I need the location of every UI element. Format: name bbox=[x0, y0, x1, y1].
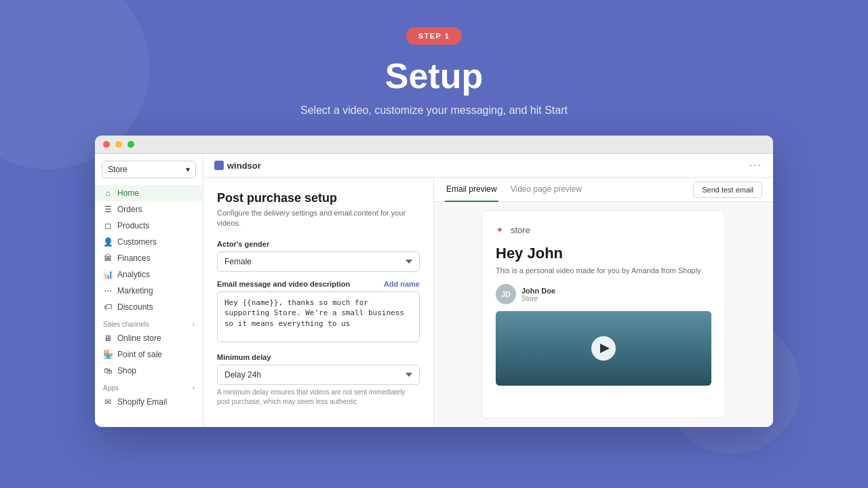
browser-chrome bbox=[95, 136, 773, 154]
shop-icon: 🛍 bbox=[103, 366, 113, 375]
sender-store: Store bbox=[521, 295, 555, 302]
gender-select[interactable]: Female Male Any bbox=[217, 251, 420, 272]
windsor-logo-text: windsor bbox=[227, 161, 261, 171]
finances-icon: 🏛 bbox=[103, 253, 113, 263]
email-message-label: Email message and video description Add … bbox=[217, 280, 420, 288]
sales-channels-label: Sales channels bbox=[103, 321, 149, 328]
gender-label: Actor's gender bbox=[217, 240, 420, 248]
sidebar-item-online-store[interactable]: 🖥 Online store bbox=[95, 330, 203, 346]
main-content-wrapper: Post purchase setup Configure the delive… bbox=[203, 178, 773, 427]
sidebar-item-analytics-label: Analytics bbox=[117, 270, 150, 279]
sidebar-item-shop-label: Shop bbox=[117, 366, 136, 375]
video-play-button[interactable] bbox=[591, 336, 616, 361]
email-greeting: Hey John bbox=[496, 245, 711, 262]
browser-maximize-dot bbox=[127, 141, 134, 148]
email-description: This is a personal video made for you by… bbox=[496, 266, 711, 274]
home-icon: ⌂ bbox=[103, 188, 113, 198]
sidebar-item-point-of-sale[interactable]: 🏪 Point of sale bbox=[95, 346, 203, 363]
apps-section: Apps › bbox=[95, 379, 203, 394]
sender-info: John Doe Store bbox=[521, 287, 555, 302]
windsor-content-area: windsor ··· Post purchase setup Configur… bbox=[203, 154, 773, 427]
sidebar-item-customers-label: Customers bbox=[117, 237, 157, 247]
browser-main: Store ▾ ⌂ Home ☰ Orders ◻ Products 👤 Cus… bbox=[95, 154, 773, 427]
sidebar-item-home[interactable]: ⌂ Home bbox=[95, 185, 203, 201]
sidebar-item-discounts-label: Discounts bbox=[117, 302, 153, 312]
store-selector-chevron: ▾ bbox=[186, 165, 190, 174]
email-store-header: ✦ store bbox=[496, 224, 711, 235]
point-of-sale-icon: 🏪 bbox=[103, 350, 113, 359]
store-selector-label: Store bbox=[108, 165, 127, 174]
sidebar-item-finances[interactable]: 🏛 Finances bbox=[95, 250, 203, 266]
page-title: Setup bbox=[385, 56, 483, 96]
sidebar-item-marketing[interactable]: ⋯ Marketing bbox=[95, 283, 203, 299]
orders-icon: ☰ bbox=[103, 205, 113, 214]
windsor-topbar: windsor ··· bbox=[203, 154, 773, 178]
setup-panel-title: Post purchase setup bbox=[217, 191, 420, 205]
store-selector[interactable]: Store ▾ bbox=[102, 161, 196, 178]
sidebar-item-analytics[interactable]: 📊 Analytics bbox=[95, 266, 203, 283]
setup-panel-description: Configure the delivery settings and emai… bbox=[217, 208, 420, 229]
send-test-email-button[interactable]: Send test email bbox=[693, 182, 762, 198]
email-sender-row: JD John Doe Store bbox=[496, 284, 711, 304]
tab-email-preview[interactable]: Email preview bbox=[445, 178, 498, 202]
delay-helper: A minimum delay ensures that videos are … bbox=[217, 388, 420, 407]
preview-panel: Email preview Video page preview Send te… bbox=[434, 178, 773, 427]
apps-expand-icon[interactable]: › bbox=[193, 384, 195, 392]
customers-icon: 👤 bbox=[103, 237, 113, 247]
add-name-link[interactable]: Add name bbox=[384, 280, 420, 288]
sidebar-item-discounts[interactable]: 🏷 Discounts bbox=[95, 299, 203, 315]
email-card: ✦ store Hey John This is a personal vide… bbox=[481, 210, 726, 419]
sidebar-item-finances-label: Finances bbox=[117, 253, 151, 263]
header-section: STEP 1 Setup Select a video, customize y… bbox=[0, 0, 868, 117]
apps-label: Apps bbox=[103, 384, 119, 392]
page-subtitle: Select a video, customize your messaging… bbox=[300, 104, 568, 117]
sales-channels-expand-icon[interactable]: › bbox=[193, 321, 195, 328]
shopify-sidebar: Store ▾ ⌂ Home ☰ Orders ◻ Products 👤 Cus… bbox=[95, 154, 203, 427]
video-thumbnail[interactable] bbox=[496, 311, 711, 386]
sidebar-item-marketing-label: Marketing bbox=[117, 286, 153, 296]
shopify-email-icon: ✉ bbox=[103, 397, 113, 407]
store-logo-icon: ✦ bbox=[496, 224, 507, 235]
analytics-icon: 📊 bbox=[103, 270, 113, 279]
sidebar-item-shopify-email-label: Shopify Email bbox=[117, 397, 167, 407]
sidebar-item-products-label: Products bbox=[117, 221, 149, 230]
email-preview-content: ✦ store Hey John This is a personal vide… bbox=[434, 202, 773, 427]
delay-select[interactable]: Delay 24h Delay 12h No delay bbox=[217, 365, 420, 385]
delay-label: Minimum delay bbox=[217, 353, 420, 361]
online-store-icon: 🖥 bbox=[103, 333, 113, 343]
sidebar-item-shopify-email[interactable]: ✉ Shopify Email bbox=[95, 394, 203, 410]
products-icon: ◻ bbox=[103, 221, 113, 230]
windsor-logo: windsor bbox=[214, 161, 261, 171]
sidebar-item-home-label: Home bbox=[117, 188, 139, 198]
tab-video-preview[interactable]: Video page preview bbox=[509, 178, 583, 202]
step-badge: STEP 1 bbox=[406, 27, 462, 45]
sender-name: John Doe bbox=[521, 287, 555, 295]
marketing-icon: ⋯ bbox=[103, 286, 113, 296]
sidebar-item-shop[interactable]: 🛍 Shop bbox=[95, 363, 203, 379]
preview-tabs: Email preview Video page preview Send te… bbox=[434, 178, 773, 202]
browser-close-dot bbox=[103, 141, 110, 148]
sidebar-item-orders-label: Orders bbox=[117, 205, 142, 214]
sidebar-item-orders[interactable]: ☰ Orders bbox=[95, 201, 203, 218]
browser-minimize-dot bbox=[115, 141, 122, 148]
sidebar-item-products[interactable]: ◻ Products bbox=[95, 218, 203, 234]
sidebar-item-customers[interactable]: 👤 Customers bbox=[95, 234, 203, 250]
sidebar-item-pos-label: Point of sale bbox=[117, 350, 162, 359]
email-message-textarea[interactable]: Hey {{name}}, thanks so much for support… bbox=[217, 291, 420, 342]
topbar-menu-dots[interactable]: ··· bbox=[749, 159, 762, 171]
discounts-icon: 🏷 bbox=[103, 302, 113, 312]
sidebar-item-online-store-label: Online store bbox=[117, 333, 161, 343]
browser-window: Store ▾ ⌂ Home ☰ Orders ◻ Products 👤 Cus… bbox=[95, 136, 773, 427]
store-name: store bbox=[511, 225, 530, 235]
windsor-logo-icon bbox=[214, 161, 224, 170]
sales-channels-section: Sales channels › bbox=[95, 315, 203, 330]
setup-panel: Post purchase setup Configure the delive… bbox=[203, 178, 434, 427]
sender-avatar: JD bbox=[496, 284, 516, 304]
